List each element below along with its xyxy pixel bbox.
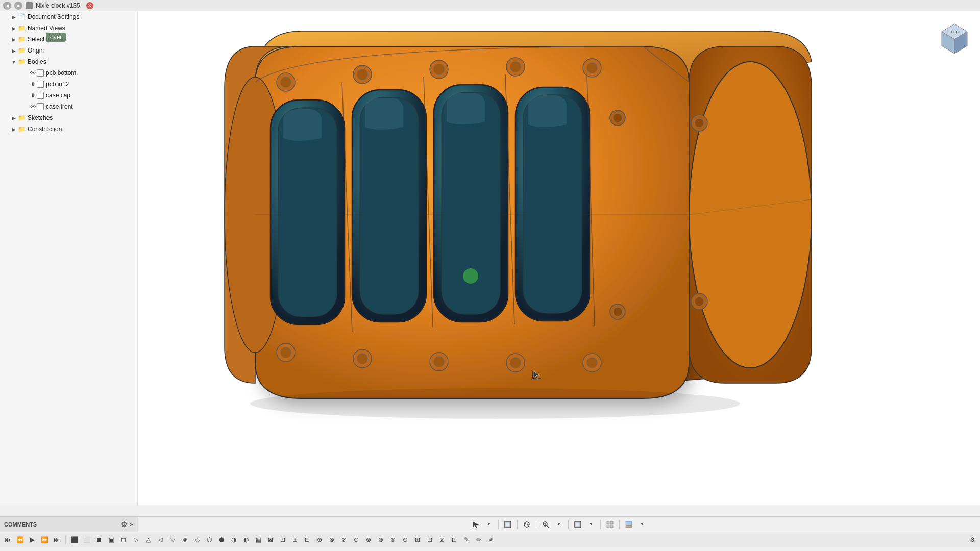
tool-15[interactable]: ◐ xyxy=(240,534,252,545)
toolbar-separator-4 xyxy=(568,520,569,529)
tool-18[interactable]: ⊡ xyxy=(277,534,288,545)
tool-13[interactable]: ⬟ xyxy=(216,534,227,545)
tool-9[interactable]: ▽ xyxy=(167,534,178,545)
tool-2[interactable]: ⬜ xyxy=(81,534,92,545)
tool-14[interactable]: ◑ xyxy=(228,534,239,545)
tool-3[interactable]: ◼ xyxy=(93,534,105,545)
tool-7[interactable]: △ xyxy=(142,534,154,545)
svg-point-14 xyxy=(280,347,291,358)
svg-point-26 xyxy=(695,297,704,306)
tool-23[interactable]: ⊘ xyxy=(338,534,350,545)
comments-settings-icon[interactable]: ⚙ xyxy=(121,520,128,529)
eye-pcb-bottom[interactable]: 👁 xyxy=(29,69,37,77)
environment-dropdown[interactable]: ▼ xyxy=(636,519,648,530)
sidebar-item-pcb-in12[interactable]: 👁 pcb in12 xyxy=(0,79,137,90)
comments-label: COMMENTS xyxy=(4,521,37,528)
tool-32[interactable]: ⊡ xyxy=(449,534,460,545)
play-back-button[interactable]: ⏪ xyxy=(14,534,26,545)
pcb-bottom-label: pcb bottom xyxy=(46,69,76,77)
display-mode-button[interactable] xyxy=(572,519,583,530)
document-settings-label: Document Settings xyxy=(28,13,79,20)
environment-button[interactable] xyxy=(623,519,634,530)
tool-1[interactable]: ⬛ xyxy=(69,534,80,545)
tool-34[interactable]: ✏ xyxy=(473,534,484,545)
play-button[interactable]: ▶ xyxy=(27,534,38,545)
sidebar-item-case-front[interactable]: 👁 case front xyxy=(0,101,137,112)
viewport-toolbar: ▼ ▼ ▼ ▼ xyxy=(138,516,980,532)
eye-pcb-in12[interactable]: 👁 xyxy=(29,80,37,88)
svg-point-22 xyxy=(586,357,598,368)
tool-12[interactable]: ⬡ xyxy=(204,534,215,545)
sketches-label: Sketches xyxy=(28,114,53,121)
svg-point-8 xyxy=(433,64,445,75)
play-forward-button[interactable]: ⏩ xyxy=(39,534,50,545)
skip-forward-button[interactable]: ⏭ xyxy=(51,534,62,545)
tool-22[interactable]: ⊗ xyxy=(326,534,337,545)
tool-10[interactable]: ◈ xyxy=(179,534,190,545)
settings-right-button[interactable]: ⚙ xyxy=(967,534,978,545)
sidebar-item-origin[interactable]: 📁 Origin xyxy=(0,45,137,56)
sidebar-item-pcb-bottom[interactable]: 👁 pcb bottom xyxy=(0,67,137,79)
tool-16[interactable]: ▦ xyxy=(253,534,264,545)
tool-27[interactable]: ⊜ xyxy=(387,534,399,545)
sketches-icon: 📁 xyxy=(17,114,26,122)
view-cube[interactable]: TOP xyxy=(934,16,975,57)
sidebar-item-bodies[interactable]: 📁 Bodies xyxy=(0,56,137,67)
toolbar2-sep-1 xyxy=(65,535,66,544)
tool-28[interactable]: ⊝ xyxy=(400,534,411,545)
display-dropdown[interactable]: ▼ xyxy=(585,519,597,530)
eye-case-front[interactable]: 👁 xyxy=(29,103,37,111)
sidebar-item-construction[interactable]: 📁 Construction xyxy=(0,123,137,135)
tool-21[interactable]: ⊕ xyxy=(314,534,325,545)
tool-19[interactable]: ⊞ xyxy=(289,534,301,545)
tree-arrow-construction xyxy=(10,126,17,133)
cursor-tool-button[interactable] xyxy=(470,519,481,530)
secondary-toolbar: ⏮ ⏪ ▶ ⏩ ⏭ ⬛ ⬜ ◼ ▣ ◻ ▷ △ ◁ ▽ ◈ ◇ ⬡ ⬟ ◑ ◐ … xyxy=(0,532,980,547)
selection-sets-icon: 📁 xyxy=(17,35,26,43)
tool-8[interactable]: ◁ xyxy=(155,534,166,545)
tool-26[interactable]: ⊛ xyxy=(375,534,386,545)
tool-33[interactable]: ✎ xyxy=(461,534,472,545)
nav-back-button[interactable]: ◀ xyxy=(3,2,11,10)
sidebar-item-selection-sets[interactable]: 📁 Selection Sets xyxy=(0,34,137,45)
tool-5[interactable]: ◻ xyxy=(118,534,129,545)
tool-20[interactable]: ⊟ xyxy=(302,534,313,545)
sidebar-item-case-cap[interactable]: 👁 case cap xyxy=(0,90,137,101)
bodies-icon: 📁 xyxy=(17,58,26,66)
tool-35[interactable]: ✐ xyxy=(485,534,497,545)
svg-rect-62 xyxy=(607,525,609,528)
cursor-dropdown[interactable]: ▼ xyxy=(483,519,495,530)
nav-forward-button[interactable]: ▶ xyxy=(14,2,22,10)
tree-arrow-named-views xyxy=(10,24,17,32)
orbit-tool-button[interactable] xyxy=(521,519,532,530)
svg-text:TOP: TOP xyxy=(951,30,959,34)
comments-collapse-icon[interactable]: » xyxy=(130,521,133,528)
svg-line-55 xyxy=(547,525,549,528)
zoom-dropdown[interactable]: ▼ xyxy=(553,519,565,530)
svg-rect-39 xyxy=(523,95,582,313)
tool-24[interactable]: ⊙ xyxy=(351,534,362,545)
tool-6[interactable]: ▷ xyxy=(130,534,141,545)
tool-25[interactable]: ⊚ xyxy=(363,534,374,545)
sidebar-item-sketches[interactable]: 📁 Sketches xyxy=(0,112,137,123)
eye-case-cap[interactable]: 👁 xyxy=(29,91,37,99)
close-button[interactable]: ✕ xyxy=(86,2,93,9)
app-icon xyxy=(26,2,33,9)
tool-4[interactable]: ▣ xyxy=(106,534,117,545)
tool-31[interactable]: ⊠ xyxy=(436,534,448,545)
zoom-tool-button[interactable] xyxy=(540,519,551,530)
tool-11[interactable]: ◇ xyxy=(191,534,203,545)
tool-29[interactable]: ⊞ xyxy=(412,534,423,545)
svg-point-24 xyxy=(695,118,704,128)
toolbar-separator-6 xyxy=(619,520,620,529)
sidebar-item-document-settings[interactable]: 📄 Document Settings xyxy=(0,11,137,22)
tool-17[interactable]: ⊠ xyxy=(265,534,276,545)
sketch-tool-button[interactable] xyxy=(502,519,513,530)
skip-back-button[interactable]: ⏮ xyxy=(2,534,13,545)
svg-rect-61 xyxy=(610,521,613,524)
comments-panel: COMMENTS ⚙ » xyxy=(0,516,138,532)
tool-30[interactable]: ⊟ xyxy=(424,534,435,545)
sidebar-item-named-views[interactable]: 📁 Named Views xyxy=(0,22,137,34)
main-viewport[interactable]: TOP xyxy=(138,11,980,505)
grid-display-button[interactable] xyxy=(604,519,616,530)
